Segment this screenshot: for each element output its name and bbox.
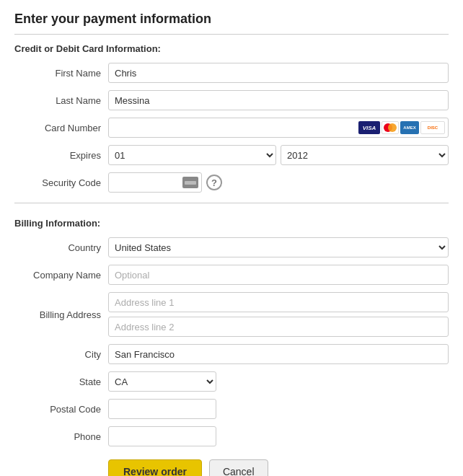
billing-address-field xyxy=(108,292,449,337)
company-name-input[interactable] xyxy=(108,265,449,285)
company-name-field xyxy=(108,265,449,285)
city-field xyxy=(108,344,449,364)
security-code-row: Security Code ? xyxy=(14,172,449,193)
payment-form-container: Enter your payment information Credit or… xyxy=(0,0,463,476)
last-name-label: Last Name xyxy=(14,95,108,106)
first-name-row: First Name xyxy=(14,63,449,83)
expires-year-select[interactable]: 2012 2013 2014 2015 2016 2017 2018 2019 … xyxy=(281,145,449,165)
state-select[interactable]: CA AL AK AZ AR CO CT DE FL GA NY TX WA xyxy=(108,371,216,392)
review-order-button[interactable]: Review order xyxy=(108,459,202,476)
country-select[interactable]: United States Canada United Kingdom Aust… xyxy=(108,237,449,257)
expires-month-select[interactable]: 01 02 03 04 05 06 07 08 09 10 11 12 xyxy=(108,145,276,165)
security-input-wrapper xyxy=(108,172,202,193)
mastercard-icon xyxy=(382,121,399,134)
company-name-row: Company Name xyxy=(14,265,449,285)
card-number-label: Card Number xyxy=(14,123,108,133)
state-row: State CA AL AK AZ AR CO CT DE FL GA NY T… xyxy=(14,371,449,392)
address-line1-input[interactable] xyxy=(108,292,449,312)
button-row: Review order Cancel xyxy=(14,459,449,476)
amex-icon: AMEX xyxy=(400,121,419,134)
billing-section-title: Billing Information: xyxy=(14,218,449,229)
billing-address-label: Billing Address xyxy=(14,309,108,320)
visa-icon: VISA xyxy=(358,121,380,134)
card-number-row: Card Number VISA AMEX DISC xyxy=(14,118,449,138)
phone-label: Phone xyxy=(14,431,108,442)
postal-code-field xyxy=(108,399,449,419)
billing-section: Billing Information: Country United Stat… xyxy=(14,203,449,446)
postal-code-label: Postal Code xyxy=(14,404,108,415)
address-line2-input[interactable] xyxy=(108,317,449,337)
phone-input[interactable] xyxy=(108,426,216,446)
billing-address-row: Billing Address xyxy=(14,292,449,337)
company-name-label: Company Name xyxy=(14,270,108,281)
expires-field: 01 02 03 04 05 06 07 08 09 10 11 12 2012… xyxy=(108,145,449,165)
city-row: City xyxy=(14,344,449,364)
city-label: City xyxy=(14,349,108,360)
page-title: Enter your payment information xyxy=(14,12,449,35)
card-number-field: VISA AMEX DISC xyxy=(108,118,449,138)
security-code-field: ? xyxy=(108,172,449,193)
first-name-input[interactable] xyxy=(108,63,449,83)
last-name-row: Last Name xyxy=(14,90,449,110)
first-name-field xyxy=(108,63,449,83)
card-section-title: Credit or Debit Card Information: xyxy=(14,43,449,54)
phone-row: Phone xyxy=(14,426,449,446)
country-row: Country United States Canada United King… xyxy=(14,237,449,257)
card-icons: VISA AMEX DISC xyxy=(358,121,445,134)
security-help-button[interactable]: ? xyxy=(206,175,222,190)
expires-row: Expires 01 02 03 04 05 06 07 08 09 10 11… xyxy=(14,145,449,165)
postal-code-row: Postal Code xyxy=(14,399,449,419)
security-code-label: Security Code xyxy=(14,177,108,188)
state-label: State xyxy=(14,376,108,387)
cancel-button[interactable]: Cancel xyxy=(209,459,268,476)
card-section: Credit or Debit Card Information: First … xyxy=(14,43,449,193)
country-field: United States Canada United Kingdom Aust… xyxy=(108,237,449,257)
state-field: CA AL AK AZ AR CO CT DE FL GA NY TX WA xyxy=(108,371,449,392)
postal-code-input[interactable] xyxy=(108,399,216,419)
discover-icon: DISC xyxy=(420,121,445,134)
last-name-input[interactable] xyxy=(108,90,449,110)
city-input[interactable] xyxy=(108,344,449,364)
first-name-label: First Name xyxy=(14,68,108,79)
country-label: Country xyxy=(14,242,108,253)
phone-field xyxy=(108,426,449,446)
expires-label: Expires xyxy=(14,150,108,161)
last-name-field xyxy=(108,90,449,110)
security-card-icon xyxy=(182,177,198,188)
